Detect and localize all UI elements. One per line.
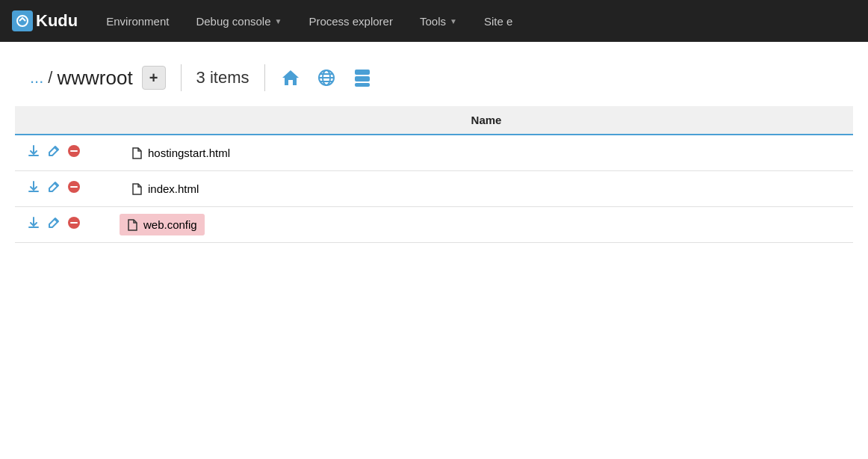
file-toolbar: ... / wwwroot + 3 items — [0, 42, 868, 106]
file-icon — [131, 147, 142, 159]
logo-icon — [12, 10, 33, 31]
file-actions-cell — [15, 207, 120, 243]
svg-rect-17 — [70, 222, 78, 224]
file-name-text: hostingstart.html — [148, 147, 230, 159]
name-column-header: Name — [120, 106, 853, 135]
nav-site[interactable]: Site e — [471, 0, 526, 42]
file-actions-cell — [15, 171, 120, 207]
table-header-row: Name — [15, 106, 853, 135]
breadcrumb-separator: / — [48, 68, 52, 87]
edit-icon[interactable] — [47, 146, 64, 161]
breadcrumb-ellipsis[interactable]: ... — [30, 68, 43, 87]
file-name-text: index.html — [148, 182, 199, 195]
download-icon[interactable] — [27, 146, 44, 161]
home-icon-button[interactable] — [280, 67, 301, 88]
chevron-down-icon: ▼ — [450, 17, 457, 25]
svg-rect-9 — [28, 155, 39, 156]
file-name-cell: hostingstart.html — [120, 135, 853, 171]
svg-rect-8 — [355, 83, 370, 87]
nav-process-explorer[interactable]: Process explorer — [295, 0, 406, 42]
file-name-cell: index.html — [120, 171, 853, 207]
edit-icon[interactable] — [47, 182, 64, 197]
file-name-normal: hostingstart.html — [120, 138, 853, 168]
svg-rect-7 — [355, 76, 370, 81]
svg-rect-11 — [70, 150, 78, 152]
toolbar-divider — [181, 64, 182, 91]
file-table-wrapper: Name — [0, 106, 868, 243]
nav-debug-console[interactable]: Debug console ▼ — [182, 0, 295, 42]
chevron-down-icon: ▼ — [275, 17, 282, 25]
storage-icon-button[interactable] — [352, 67, 373, 89]
logo-text: Kudu — [36, 11, 78, 31]
logo[interactable]: Kudu — [12, 10, 78, 31]
download-icon[interactable] — [27, 218, 44, 232]
toolbar-icons — [280, 67, 373, 89]
file-icon — [131, 183, 142, 195]
table-row: web.config — [15, 207, 853, 243]
delete-icon[interactable] — [67, 218, 81, 232]
svg-rect-6 — [355, 70, 370, 75]
download-icon[interactable] — [27, 182, 44, 197]
toolbar-divider-2 — [264, 64, 265, 91]
file-name-cell: web.config — [120, 207, 853, 243]
nav-environment[interactable]: Environment — [93, 0, 182, 42]
nav-tools[interactable]: Tools ▼ — [406, 0, 471, 42]
file-name-text: web.config — [143, 218, 197, 231]
file-actions-cell — [15, 135, 120, 171]
globe-icon-button[interactable] — [316, 67, 337, 88]
actions-column-header — [15, 106, 120, 135]
file-icon — [127, 219, 137, 231]
table-row: hostingstart.html — [15, 135, 853, 171]
add-file-button[interactable]: + — [142, 66, 166, 90]
table-row: index.html — [15, 171, 853, 207]
svg-rect-15 — [28, 227, 39, 228]
navbar: Kudu Environment Debug console ▼ Process… — [0, 0, 868, 42]
file-name-normal: index.html — [120, 173, 853, 204]
breadcrumb-current: wwwroot — [57, 67, 132, 90]
file-name-highlighted: web.config — [120, 214, 205, 235]
file-table: Name — [15, 106, 853, 243]
delete-icon[interactable] — [67, 146, 81, 161]
edit-icon[interactable] — [47, 218, 64, 232]
svg-rect-14 — [70, 186, 78, 188]
delete-icon[interactable] — [67, 182, 81, 197]
svg-rect-12 — [28, 191, 39, 192]
item-count: 3 items — [196, 68, 249, 87]
